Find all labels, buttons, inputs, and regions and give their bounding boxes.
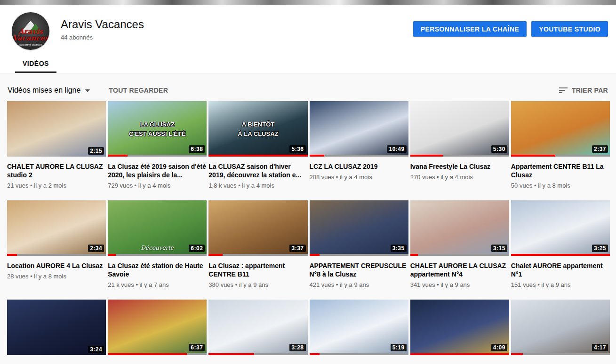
video-title[interactable]: CHALET AURORE LA CLUSAZ studio 2 <box>7 162 106 179</box>
youtube-studio-button[interactable]: YOUTUBE STUDIO <box>531 21 608 37</box>
video-title[interactable]: APPARTEMENT CREPUSCULE N°8 à la Clusaz <box>310 261 408 278</box>
video-thumbnail[interactable]: 3:25 <box>511 200 610 256</box>
tab-videos[interactable]: VIDÉOS <box>15 60 56 73</box>
video-title[interactable]: La Clusaz été 2019 saison d'été 2020, le… <box>108 162 207 179</box>
duration-badge: 5:36 <box>289 145 305 153</box>
duration-badge: 2:37 <box>592 145 608 153</box>
watch-progress-fill <box>310 353 320 355</box>
watch-progress-fill <box>410 155 443 157</box>
video-card[interactable]: 3:28 <box>208 300 307 364</box>
watch-progress-bar <box>208 155 307 157</box>
thumbnail-caption-text: A BIENTÔT À LA CLUSAZ <box>208 120 307 139</box>
video-card[interactable]: 6:37 <box>108 300 207 364</box>
video-title[interactable]: CHALET AURORE LA CLUSAZ appartement N°4 <box>410 261 509 278</box>
watch-progress-fill <box>108 155 128 157</box>
duration-badge: 6:38 <box>189 145 205 153</box>
video-meta: 50 vues • il y a 8 mois <box>511 182 610 189</box>
video-thumbnail[interactable]: 2:34 <box>7 200 106 256</box>
watch-progress-fill <box>208 254 222 256</box>
video-thumbnail[interactable]: 2:37 <box>511 101 610 157</box>
video-title[interactable]: La CLUSAZ saison d'hiver 2019, découvrez… <box>208 162 307 179</box>
video-title[interactable]: Appartement CENTRE B11 La Clusaz <box>511 162 610 179</box>
watch-progress-bar <box>511 254 610 256</box>
video-thumbnail[interactable]: 3:28 <box>208 300 307 355</box>
video-title[interactable]: LCZ LA CLUSAZ 2019 <box>310 162 408 171</box>
watch-progress-bar <box>108 254 207 256</box>
channel-header: Aravis Vacances www.aravis-vacances Arav… <box>0 5 616 73</box>
sort-by-label: TRIER PAR <box>572 87 608 94</box>
video-title[interactable]: Location AURORE 4 La Clusaz <box>7 261 106 270</box>
video-card[interactable]: 2:37Appartement CENTRE B11 La Clusaz50 v… <box>511 101 610 190</box>
video-card[interactable]: 10:49LCZ LA CLUSAZ 2019208 vues • il y a… <box>310 101 408 190</box>
video-thumbnail[interactable]: 4:17 <box>511 300 610 355</box>
watch-progress-bar <box>410 155 509 157</box>
video-thumbnail[interactable]: LA CLUSAZ C'EST AUSSI L'ÉTÉ6:38 <box>108 101 207 157</box>
thumbnail-caption-text: LA CLUSAZ C'EST AUSSI L'ÉTÉ <box>108 120 207 139</box>
video-thumbnail[interactable]: Découverte6:02 <box>108 200 207 256</box>
uploads-dropdown[interactable]: Vidéos mises en ligne <box>8 86 90 95</box>
duration-badge: 5:19 <box>391 344 407 351</box>
video-thumbnail[interactable]: 2:15 <box>7 101 106 157</box>
watch-progress-fill <box>410 254 418 256</box>
duration-badge: 10:49 <box>387 145 406 153</box>
video-meta: 341 vues • il y a 9 ans <box>410 281 509 288</box>
video-card[interactable]: 4:09 <box>410 300 509 364</box>
channel-banner <box>0 0 616 5</box>
channel-avatar[interactable]: Aravis Vacances www.aravis-vacances <box>12 12 49 50</box>
duration-badge: 3:15 <box>491 245 507 252</box>
video-meta: 421 vues • il y a 9 ans <box>310 281 408 288</box>
play-all-button[interactable]: TOUT REGARDER <box>109 87 168 94</box>
watch-progress-bar <box>410 254 509 256</box>
video-thumbnail[interactable]: 3:35 <box>310 200 408 256</box>
video-card[interactable]: 5:19 <box>310 300 408 364</box>
video-card[interactable]: 4:17 <box>511 300 610 364</box>
watch-progress-fill <box>208 155 307 157</box>
video-card[interactable]: 3:24 <box>7 300 106 364</box>
video-title[interactable]: La Clusaz été station de Haute Savoie <box>108 261 207 278</box>
video-thumbnail[interactable]: 3:15 <box>410 200 509 256</box>
subscriber-count: 44 abonnés <box>61 34 413 41</box>
watch-progress-bar <box>7 254 106 256</box>
watch-progress-bar <box>511 155 610 157</box>
sort-icon <box>559 86 568 95</box>
watch-progress-bar <box>410 353 509 355</box>
video-thumbnail[interactable]: A BIENTÔT À LA CLUSAZ5:36 <box>208 101 307 157</box>
video-thumbnail[interactable]: 5:19 <box>310 300 408 355</box>
video-card[interactable]: A BIENTÔT À LA CLUSAZ5:36La CLUSAZ saiso… <box>208 101 307 190</box>
video-card[interactable]: 2:34Location AURORE 4 La Clusaz28 vues •… <box>7 200 106 290</box>
watch-progress-bar <box>310 254 408 256</box>
video-thumbnail[interactable]: 3:37 <box>208 200 307 256</box>
logo-url-text: www.aravis-vacances <box>12 43 49 46</box>
watch-progress-bar <box>310 155 408 157</box>
watch-progress-bar <box>208 254 307 256</box>
video-card[interactable]: 2:15CHALET AURORE LA CLUSAZ studio 221 v… <box>7 101 106 190</box>
video-card[interactable]: LA CLUSAZ C'EST AUSSI L'ÉTÉ6:38La Clusaz… <box>108 101 207 190</box>
video-thumbnail[interactable]: 5:30 <box>410 101 509 157</box>
video-card[interactable]: 3:35APPARTEMENT CREPUSCULE N°8 à la Clus… <box>310 200 408 290</box>
watch-progress-fill <box>108 353 187 355</box>
video-card[interactable]: 5:30Ivana Freestyle La Clusaz270 vues • … <box>410 101 509 190</box>
video-card[interactable]: 3:25Chalet AURORE appartement N°1151 vue… <box>511 200 610 290</box>
watch-progress-fill <box>310 155 325 157</box>
video-card[interactable]: Découverte6:02La Clusaz été station de H… <box>108 200 207 290</box>
watch-progress-fill <box>410 353 509 355</box>
video-thumbnail[interactable]: 4:09 <box>410 300 509 355</box>
customize-channel-button[interactable]: PERSONNALISER LA CHAÎNE <box>413 21 527 37</box>
video-card[interactable]: 3:15CHALET AURORE LA CLUSAZ appartement … <box>410 200 509 290</box>
video-thumbnail[interactable]: 6:37 <box>108 300 207 355</box>
video-meta: 270 vues • il y a 4 mois <box>410 174 509 181</box>
watch-progress-bar <box>208 353 307 355</box>
video-grid: 2:15CHALET AURORE LA CLUSAZ studio 221 v… <box>0 101 616 364</box>
duration-badge: 6:02 <box>189 245 205 252</box>
video-meta: 21 k vues • il y a 7 ans <box>108 281 207 288</box>
sort-by-button[interactable]: TRIER PAR <box>559 86 608 95</box>
video-card[interactable]: 3:37La Clusaz : appartement CENTRE B1138… <box>208 200 307 290</box>
watch-progress-bar <box>310 353 408 355</box>
video-title[interactable]: La Clusaz : appartement CENTRE B11 <box>208 261 307 278</box>
video-title[interactable]: Chalet AURORE appartement N°1 <box>511 261 610 278</box>
video-thumbnail[interactable]: 10:49 <box>310 101 408 157</box>
video-meta: 380 vues • il y a 9 ans <box>208 281 307 288</box>
video-title[interactable]: Ivana Freestyle La Clusaz <box>410 162 509 171</box>
video-thumbnail[interactable]: 3:24 <box>7 300 106 355</box>
duration-badge: 3:35 <box>391 245 407 252</box>
